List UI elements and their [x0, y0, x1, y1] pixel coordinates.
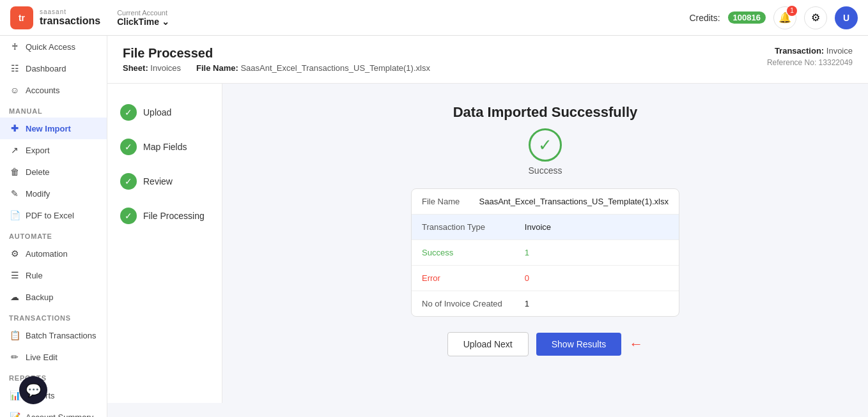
upload-next-button[interactable]: Upload Next — [447, 332, 529, 356]
content-area: ✓ Upload ✓ Map Fields ✓ Review ✓ File Pr… — [107, 84, 868, 403]
notifications-button[interactable]: 🔔 1 — [773, 6, 796, 29]
topnav-right: Credits: 100816 🔔 1 ⚙ U — [689, 6, 858, 29]
table-row-success: Success 1 — [412, 240, 679, 266]
step-label-upload: Upload — [143, 107, 171, 118]
show-results-button[interactable]: Show Results — [536, 333, 622, 356]
page-title: File Processed — [123, 46, 430, 61]
sidebar-section-transactions: TRANSACTIONS — [0, 308, 107, 324]
step-check-file-processing: ✓ — [120, 208, 137, 224]
sidebar-item-quick-access[interactable]: ♰ Quick Access — [0, 36, 107, 57]
sidebar-item-rule[interactable]: ☰ Rule — [0, 264, 107, 286]
action-buttons: Upload Next Show Results ← — [447, 332, 644, 356]
step-label-review: Review — [143, 176, 173, 186]
result-title: Data Imported Successfully — [453, 104, 638, 121]
sidebar-item-accounts[interactable]: ☺ Accounts — [0, 79, 107, 101]
step-review: ✓ Review — [120, 173, 209, 190]
transaction-type-value: Invoice — [525, 222, 669, 232]
logo-icon: tr — [10, 6, 33, 29]
main-layout: ♰ Quick Access ☷ Dashboard ☺ Accounts MA… — [0, 36, 868, 417]
file-header-right: Transaction: Invoice Reference No: 13322… — [767, 46, 853, 67]
file-header: File Processed Sheet: Invoices File Name… — [107, 36, 868, 84]
sidebar-section-manual: MANUAL — [0, 101, 107, 118]
current-account: Current Account ClickTime ⌄ — [117, 9, 169, 27]
step-label-map-fields: Map Fields — [143, 142, 187, 152]
error-label: Error — [422, 273, 525, 283]
credits-badge: 100816 — [728, 11, 766, 24]
step-check-map-fields: ✓ — [120, 139, 137, 155]
gear-icon: ⚙ — [811, 11, 820, 24]
account-selector[interactable]: ClickTime ⌄ — [117, 17, 169, 27]
filename-info: File Name: SaasAnt_Excel_Transactions_US… — [196, 63, 430, 73]
settings-button[interactable]: ⚙ — [804, 6, 827, 29]
file-header-left: File Processed Sheet: Invoices File Name… — [123, 46, 430, 73]
success-icon: ✓ — [529, 128, 562, 162]
step-upload: ✓ Upload — [120, 104, 209, 121]
table-row-filename: File Name SaasAnt_Excel_Transactions_US_… — [412, 189, 679, 215]
pdf-icon: 📄 — [9, 210, 20, 220]
step-check-upload: ✓ — [120, 104, 137, 121]
backup-icon: ☁ — [9, 292, 20, 302]
sidebar-item-reports[interactable]: 📊 Reports — [0, 384, 107, 406]
export-icon: ↗ — [9, 145, 20, 155]
sidebar-item-delete[interactable]: 🗑 Delete — [0, 161, 107, 183]
step-file-processing: ✓ File Processing — [120, 208, 209, 224]
topnav-left: tr saasant transactions Current Account … — [10, 6, 169, 29]
success-label: Success — [422, 248, 525, 257]
transaction-type-info: Transaction: Invoice — [767, 46, 853, 56]
chat-button[interactable]: 💬 — [19, 376, 47, 404]
sidebar-section-reports: REPORTS — [0, 368, 107, 384]
success-value: 1 — [525, 248, 669, 257]
compass-icon: ♰ — [9, 42, 20, 52]
invoice-created-label: No of Invoice Created — [422, 299, 525, 308]
sidebar-item-batch-transactions[interactable]: 📋 Batch Transactions — [0, 324, 107, 346]
user-avatar[interactable]: U — [835, 6, 858, 29]
delete-icon: 🗑 — [9, 167, 20, 177]
live-edit-icon: ✏ — [9, 352, 20, 362]
result-panel: Data Imported Successfully ✓ Success Fil… — [222, 84, 868, 403]
table-row-transaction-type: Transaction Type Invoice — [412, 215, 679, 240]
result-table: File Name SaasAnt_Excel_Transactions_US_… — [411, 188, 679, 317]
step-label-file-processing: File Processing — [143, 211, 205, 221]
filename-value: SaasAnt_Excel_Transactions_US_Template(1… — [479, 197, 669, 206]
sidebar-item-dashboard[interactable]: ☷ Dashboard — [0, 57, 107, 79]
steps-panel: ✓ Upload ✓ Map Fields ✓ Review ✓ File Pr… — [107, 84, 222, 403]
sidebar: ♰ Quick Access ☷ Dashboard ☺ Accounts MA… — [0, 36, 107, 417]
table-row-error: Error 0 — [412, 266, 679, 291]
sidebar-item-account-summary[interactable]: 📝 Account Summary — [0, 406, 107, 417]
arrow-indicator: ← — [629, 336, 643, 353]
main-content: File Processed Sheet: Invoices File Name… — [107, 36, 868, 417]
sidebar-item-live-edit[interactable]: ✏ Live Edit — [0, 346, 107, 368]
import-icon: ✚ — [9, 123, 20, 133]
accounts-icon: ☺ — [9, 85, 20, 95]
automation-icon: ⚙ — [9, 248, 20, 259]
sidebar-item-automation[interactable]: ⚙ Automation — [0, 243, 107, 264]
brand-text: saasant transactions — [40, 8, 100, 27]
batch-icon: 📋 — [9, 330, 20, 340]
rule-icon: ☰ — [9, 270, 20, 280]
sidebar-item-pdf-to-excel[interactable]: 📄 PDF to Excel — [0, 204, 107, 226]
reference-number: Reference No: 13322049 — [767, 58, 853, 67]
sidebar-item-backup[interactable]: ☁ Backup — [0, 286, 107, 308]
summary-icon: 📝 — [9, 412, 20, 417]
top-navbar: tr saasant transactions Current Account … — [0, 0, 868, 36]
sidebar-item-modify[interactable]: ✎ Modify — [0, 183, 107, 204]
filename-label: File Name — [422, 197, 479, 206]
sidebar-item-new-import[interactable]: ✚ New Import — [0, 118, 107, 139]
result-status: Success — [529, 165, 562, 176]
chat-icon: 💬 — [26, 383, 42, 398]
sidebar-item-export[interactable]: ↗ Export — [0, 139, 107, 161]
dashboard-icon: ☷ — [9, 63, 20, 73]
invoice-created-value: 1 — [525, 299, 669, 308]
step-map-fields: ✓ Map Fields — [120, 139, 209, 155]
chevron-down-icon: ⌄ — [162, 17, 169, 27]
file-meta: Sheet: Invoices File Name: SaasAnt_Excel… — [123, 63, 430, 73]
sidebar-section-automate: AUTOMATE — [0, 226, 107, 243]
modify-icon: ✎ — [9, 188, 20, 199]
error-value: 0 — [525, 273, 669, 283]
sheet-info: Sheet: Invoices — [123, 63, 181, 73]
table-row-invoice-created: No of Invoice Created 1 — [412, 291, 679, 316]
transaction-type-label: Transaction Type — [422, 222, 525, 232]
step-check-review: ✓ — [120, 173, 137, 190]
